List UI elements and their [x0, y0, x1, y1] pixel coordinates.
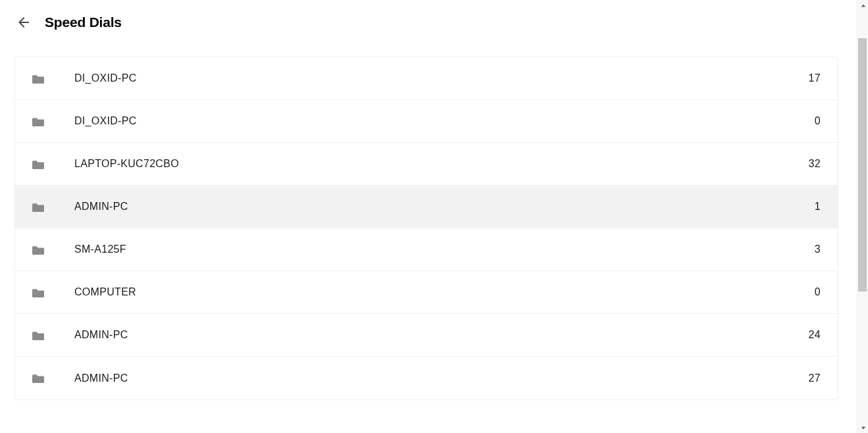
item-count: 24 — [807, 329, 821, 341]
back-button[interactable] — [16, 14, 32, 30]
item-label: ADMIN-PC — [74, 201, 807, 213]
item-count: 0 — [807, 286, 821, 298]
list-item[interactable]: ADMIN-PC1 — [15, 186, 838, 228]
item-count: 1 — [807, 201, 821, 213]
list-item[interactable]: ADMIN-PC24 — [15, 314, 838, 357]
folder-icon — [32, 372, 44, 384]
item-label: ADMIN-PC — [74, 372, 807, 384]
item-count: 0 — [807, 115, 821, 127]
scrollbar[interactable] — [857, 0, 868, 433]
item-label: DI_OXID-PC — [74, 72, 807, 84]
list-item[interactable]: COMPUTER0 — [15, 271, 838, 314]
item-label: COMPUTER — [74, 286, 807, 298]
item-label: DI_OXID-PC — [74, 115, 807, 127]
chevron-down-icon — [861, 425, 866, 430]
item-label: ADMIN-PC — [74, 329, 807, 341]
item-label: SM-A125F — [74, 243, 807, 255]
folder-icon — [32, 243, 44, 255]
list-item[interactable]: ADMIN-PC27 — [15, 357, 838, 399]
item-count: 27 — [807, 372, 821, 384]
folder-icon — [32, 286, 44, 298]
chevron-up-icon — [861, 3, 866, 9]
page-title: Speed Dials — [45, 14, 122, 30]
scrollbar-thumb[interactable] — [858, 38, 867, 292]
list-item[interactable]: DI_OXID-PC0 — [15, 100, 838, 143]
speed-dials-list: DI_OXID-PC17DI_OXID-PC0LAPTOP-KUC72CBO32… — [14, 57, 838, 400]
item-label: LAPTOP-KUC72CBO — [74, 158, 807, 170]
item-count: 3 — [807, 243, 821, 255]
list-item[interactable]: LAPTOP-KUC72CBO32 — [15, 143, 838, 186]
item-count: 32 — [807, 158, 821, 170]
list-item[interactable]: SM-A125F3 — [15, 228, 838, 271]
folder-icon — [32, 158, 44, 170]
page-header: Speed Dials — [0, 0, 853, 43]
folder-icon — [32, 115, 44, 127]
folder-icon — [32, 72, 44, 84]
list-item[interactable]: DI_OXID-PC17 — [15, 57, 838, 100]
folder-icon — [32, 201, 44, 213]
folder-icon — [32, 329, 44, 341]
scrollbar-up-button[interactable] — [857, 0, 868, 11]
scrollbar-down-button[interactable] — [857, 422, 868, 433]
arrow-left-icon — [16, 14, 32, 30]
item-count: 17 — [807, 72, 821, 84]
